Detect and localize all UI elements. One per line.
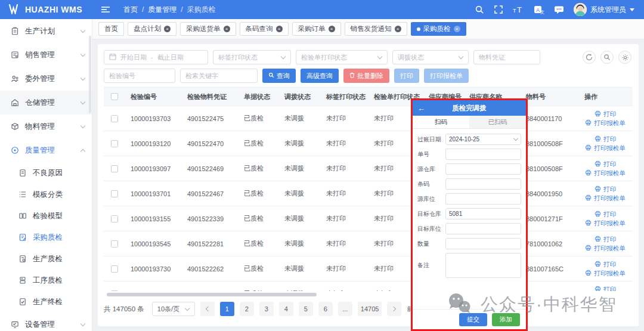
refresh-icon[interactable] xyxy=(583,51,596,64)
scrollbar-thumb[interactable] xyxy=(107,293,317,296)
print-link[interactable]: 打印 xyxy=(595,211,616,218)
tab-采购订单[interactable]: 采购订单× xyxy=(292,22,341,36)
row-checkbox[interactable] xyxy=(111,265,118,273)
material-voucher-input[interactable] xyxy=(473,50,540,64)
field-input-目标库位[interactable] xyxy=(445,223,521,234)
tab-采购送货单[interactable]: 采购送货单× xyxy=(180,22,236,36)
transfer-status-select[interactable]: 调拨状态 xyxy=(392,50,469,64)
sidebar-item-销售管理[interactable]: 销售管理 xyxy=(0,43,92,67)
tab-盘点计划[interactable]: 盘点计划× xyxy=(128,22,177,36)
print-inspection-sheet-link[interactable]: 打印报检单 xyxy=(585,194,626,202)
field-input-源库位[interactable] xyxy=(445,193,521,205)
page-button-6[interactable]: 6 xyxy=(318,302,333,316)
print-inspection-sheet-link[interactable]: 打印报检单 xyxy=(585,144,626,152)
prev-page-button[interactable] xyxy=(200,302,215,316)
select-all-checkbox[interactable] xyxy=(111,93,118,100)
row-checkbox[interactable] xyxy=(111,290,118,292)
font-size-icon[interactable]: TT xyxy=(513,5,524,14)
keyword-input[interactable] xyxy=(180,69,258,83)
sidebar-scrollbar[interactable] xyxy=(89,36,91,113)
print-link[interactable]: 打印 xyxy=(595,236,616,243)
row-checkbox[interactable] xyxy=(111,240,118,248)
submit-button[interactable]: 提交 xyxy=(459,313,487,326)
sheet-print-status-select[interactable]: 检验单打印状态 xyxy=(296,50,388,64)
page-button-5[interactable]: 5 xyxy=(299,302,313,316)
page-button-1[interactable]: 1 xyxy=(220,302,234,316)
close-icon[interactable]: × xyxy=(164,26,171,32)
tab-采购质检[interactable]: 采购质检× xyxy=(411,22,466,36)
print-inspection-sheet-link[interactable]: 打印报检单 xyxy=(585,245,626,252)
tab-条码查询[interactable]: 条码查询× xyxy=(240,22,289,36)
row-checkbox[interactable] xyxy=(111,115,118,122)
search-button[interactable]: 查询 xyxy=(262,69,296,83)
posting-date-value[interactable] xyxy=(445,134,521,145)
field-input-目标仓库[interactable] xyxy=(445,208,521,219)
print-link[interactable]: 打印 xyxy=(595,160,616,168)
sidebar-item-不良原因[interactable]: 不良原因 xyxy=(0,162,92,184)
sidebar-item-设备管理[interactable]: 设备管理 xyxy=(0,313,92,331)
field-input-源仓库[interactable] xyxy=(445,163,521,175)
sidebar-item-仓储管理[interactable]: 仓储管理 xyxy=(0,91,92,115)
page-button-4[interactable]: 4 xyxy=(279,302,293,316)
translate-icon[interactable]: A文 xyxy=(534,5,544,14)
breadcrumb-item[interactable]: 质量管理 xyxy=(148,5,177,15)
page-button-3[interactable]: 3 xyxy=(259,302,274,316)
sidebar-item-检验模型[interactable]: 检验模型 xyxy=(0,205,92,227)
sidebar-item-质量管理[interactable]: 质量管理 xyxy=(0,138,92,162)
panel-tab-已扫码[interactable]: 已扫码 xyxy=(469,116,526,128)
field-input-数量[interactable] xyxy=(445,238,521,249)
row-checkbox[interactable] xyxy=(111,165,118,172)
field-input-条码[interactable] xyxy=(445,178,521,190)
next-page-button[interactable] xyxy=(387,302,401,316)
gear-icon[interactable] xyxy=(618,51,631,64)
message-icon[interactable] xyxy=(554,5,564,14)
print-link[interactable]: 打印 xyxy=(595,135,616,143)
print-link[interactable]: 打印 xyxy=(595,185,616,193)
print-inspection-sheet-link[interactable]: 打印报检单 xyxy=(585,219,626,227)
row-checkbox[interactable] xyxy=(111,190,118,197)
horizontal-scrollbar[interactable] xyxy=(104,292,633,296)
sidebar-item-生产质检[interactable]: 生产质检 xyxy=(0,248,92,270)
close-icon[interactable]: × xyxy=(224,26,230,32)
tab-首页[interactable]: 首页 xyxy=(98,22,124,36)
print-link[interactable]: 打印 xyxy=(595,110,616,118)
posting-date-select[interactable] xyxy=(445,134,521,145)
print-link[interactable]: 打印 xyxy=(595,286,616,292)
back-arrow-icon[interactable]: ← xyxy=(417,100,425,116)
page-button-14705[interactable]: 14705 xyxy=(358,302,382,316)
sidebar-item-生产计划[interactable]: 生产计划 xyxy=(0,19,92,43)
add-button[interactable]: 添加 xyxy=(492,313,520,326)
batch-delete-button[interactable]: 批量删除 xyxy=(343,69,389,83)
row-checkbox[interactable] xyxy=(111,140,118,147)
field-input-单号[interactable] xyxy=(445,149,521,160)
remark-textarea[interactable] xyxy=(445,253,521,278)
row-checkbox[interactable] xyxy=(111,215,118,222)
sidebar-item-模板分类[interactable]: 模板分类 xyxy=(0,184,92,205)
close-icon[interactable]: × xyxy=(454,26,460,32)
print-inspection-sheet-link[interactable]: 打印报检单 xyxy=(585,119,626,127)
page-button-2[interactable]: 2 xyxy=(240,302,254,316)
print-inspection-sheet-link[interactable]: 打印报检单 xyxy=(585,169,626,177)
close-icon[interactable]: × xyxy=(395,26,401,32)
print-button[interactable]: 打印 xyxy=(394,69,419,83)
fullscreen-icon[interactable] xyxy=(494,5,503,14)
sidebar-item-工序质检[interactable]: 工序质检 xyxy=(0,270,92,291)
sidebar-item-委外管理[interactable]: 委外管理 xyxy=(0,67,92,91)
page-size-select[interactable]: 10条/页 xyxy=(152,302,195,316)
print-inspection-sheet-link[interactable]: 打印报检单 xyxy=(585,270,626,277)
user-menu[interactable]: 系统管理员 xyxy=(574,3,634,16)
advanced-search-button[interactable]: 高级查询 xyxy=(301,69,339,83)
search-icon[interactable] xyxy=(475,5,484,14)
date-range-picker[interactable]: 开始日期 - 截止日期 xyxy=(104,50,208,64)
breadcrumb-item[interactable]: 首页 xyxy=(123,5,138,15)
print-inspection-sheet-button[interactable]: 打印报检单 xyxy=(424,69,469,83)
sidebar-item-采购质检[interactable]: 采购质检 xyxy=(0,227,92,248)
sidebar-item-生产终检[interactable]: 生产终检 xyxy=(0,291,92,313)
sidebar-item-物料管理[interactable]: 物料管理 xyxy=(0,115,92,138)
print-link[interactable]: 打印 xyxy=(595,261,616,268)
hamburger-icon[interactable] xyxy=(101,5,110,14)
tab-销售发货通知[interactable]: 销售发货通知× xyxy=(345,22,407,36)
label-print-status-select[interactable]: 标签打印状态 xyxy=(213,50,291,64)
zoom-icon[interactable] xyxy=(600,51,614,64)
close-icon[interactable]: × xyxy=(329,26,335,32)
